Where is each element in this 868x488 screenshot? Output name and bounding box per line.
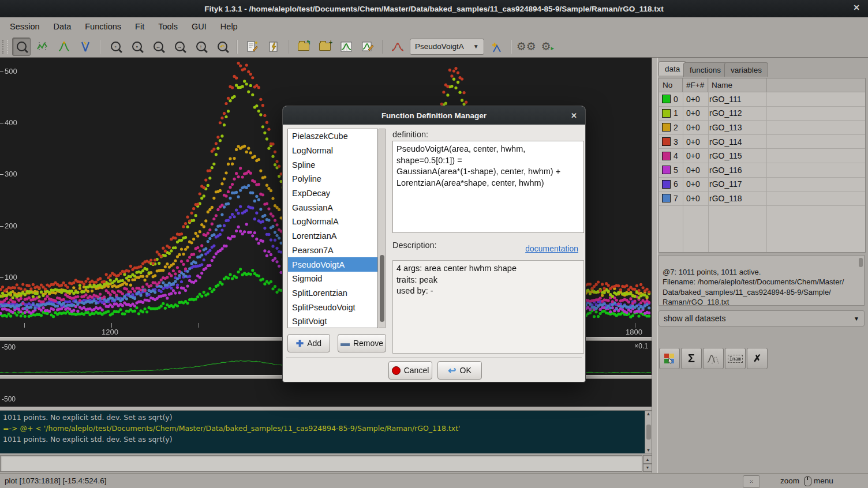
add-button[interactable]: ✚ Add [287, 334, 330, 352]
documentation-link[interactable]: documentation [525, 244, 578, 253]
menu-session[interactable]: Session [3, 19, 46, 34]
show-log-button[interactable] [243, 37, 261, 56]
dataset-row[interactable]: 6 0+0 rGO_117 [659, 178, 865, 192]
dataset-filter-combo[interactable]: show all datasets ▼ [659, 310, 865, 326]
dataset-name: rGO_112 [709, 108, 742, 118]
run-script-button[interactable] [264, 37, 283, 56]
function-type-icon-button[interactable] [388, 37, 407, 56]
sum-button[interactable]: Σ [681, 348, 702, 369]
console-output[interactable]: 1011 points. No explicit std. dev. Set a… [0, 411, 645, 453]
scroll-down-icon[interactable]: ▼ [646, 448, 651, 453]
function-list-item[interactable]: LorentzianA [288, 229, 377, 243]
definition-textarea[interactable]: PseudoVoigtA(area, center, hwhm, shape=0… [392, 141, 584, 233]
dataset-color-swatch[interactable] [662, 109, 671, 118]
remove-button[interactable]: ▬ Remove [338, 334, 386, 352]
function-list-item[interactable]: Pearson7A [288, 243, 377, 258]
function-list-item[interactable]: GaussianA [288, 200, 377, 215]
function-list[interactable]: PielaszekCube LogNormal Spline Polyline … [287, 129, 378, 328]
dataset-color-swatch[interactable] [662, 152, 671, 160]
sidebar-splitter[interactable] [652, 58, 658, 473]
column-header-f[interactable]: #F+# [683, 78, 708, 92]
fit-continue-button[interactable]: ⚙▸ [538, 37, 557, 56]
title-bar[interactable]: Fityk 1.3.1 - /home/aleplo/test/Document… [0, 0, 868, 17]
dataset-row[interactable]: 1 0+0 rGO_112 [659, 107, 865, 121]
function-list-item[interactable]: SplitVoigt [288, 314, 377, 328]
function-list-item[interactable]: LogNormalA [288, 215, 377, 229]
mouse-hints-button[interactable]: ⁙ [743, 475, 760, 488]
copy-functions-button[interactable] [703, 348, 724, 369]
zoom-all-button[interactable]: ▫ [106, 37, 125, 56]
menu-functions[interactable]: Functions [78, 19, 128, 34]
append-data-button[interactable]: + [316, 37, 334, 56]
function-list-scrollbar[interactable] [379, 129, 386, 328]
scrollbar-thumb[interactable] [646, 425, 651, 440]
dataset-color-swatch[interactable] [662, 137, 671, 146]
scroll-up-icon[interactable]: ▲ [646, 411, 651, 416]
window-close-icon[interactable]: ✕ [853, 3, 860, 12]
history-up-icon[interactable]: ▲ [643, 455, 652, 464]
menu-fit[interactable]: Fit [129, 19, 151, 34]
menu-help[interactable]: Help [214, 19, 244, 34]
menu-gui[interactable]: GUI [185, 19, 213, 34]
transform-data-button[interactable] [358, 37, 377, 56]
dataset-row[interactable]: 3 0+0 rGO_114 [659, 135, 865, 149]
command-input[interactable] [0, 455, 642, 472]
add-peak-mode-button[interactable] [55, 37, 73, 56]
zoom-vertical-button[interactable]: ▪ [128, 37, 146, 56]
zoom-up-button[interactable]: ↑ [192, 37, 210, 56]
scrollbar-thumb[interactable] [380, 255, 384, 322]
draw-function-mode-button[interactable] [76, 37, 95, 56]
menu-tools[interactable]: Tools [152, 19, 184, 34]
auto-add-function-button[interactable] [487, 37, 506, 56]
dialog-close-icon[interactable]: ✕ [571, 111, 577, 120]
function-list-item[interactable]: ExpDecay [288, 186, 377, 201]
function-list-item[interactable]: PielaszekCube [288, 129, 377, 144]
color-map-button[interactable] [659, 348, 680, 369]
column-header-no[interactable]: No [659, 78, 683, 92]
function-list-item[interactable]: Spline [288, 157, 377, 172]
tab-functions[interactable]: functions [683, 62, 727, 77]
command-history-spin[interactable]: ▲ ▼ [643, 455, 652, 472]
dataset-color-swatch[interactable] [662, 180, 671, 189]
history-down-icon[interactable]: ▼ [643, 464, 652, 472]
zoom-mode-button[interactable] [12, 37, 31, 56]
ok-button[interactable]: ↩ OK [437, 361, 482, 380]
chevron-down-icon: ▼ [854, 316, 859, 322]
dataset-row[interactable]: 7 0+0 rGO_118 [659, 192, 865, 206]
zoom-right-button[interactable]: → [170, 37, 189, 56]
dataset-row[interactable]: 5 0+0 rGO_116 [659, 163, 865, 178]
function-list-item[interactable]: SplitLorentzian [288, 286, 377, 301]
function-list-item[interactable]: Polyline [288, 172, 377, 186]
dialog-title-bar[interactable]: Function Definition Manager ✕ [283, 106, 585, 125]
fit-run-button[interactable]: ⚙⚙ [517, 37, 536, 56]
edit-data-button[interactable] [337, 37, 356, 56]
open-data-button[interactable]: ↰ [294, 37, 313, 56]
cancel-button[interactable]: Cancel [388, 361, 432, 380]
dataset-row[interactable]: 2 0+0 rGO_113 [659, 121, 865, 135]
aux-plot-2[interactable]: -500 [0, 379, 652, 407]
data-range-mode-button[interactable] [33, 37, 52, 56]
dataset-row[interactable]: 4 0+0 rGO_115 [659, 149, 865, 163]
function-list-item-selected[interactable]: PseudoVoigtA [288, 257, 377, 272]
scrollbar-thumb[interactable] [859, 258, 863, 267]
function-list-item[interactable]: Sigmoid [288, 272, 377, 286]
dataset-color-swatch[interactable] [662, 194, 671, 202]
dataset-color-swatch[interactable] [662, 123, 671, 132]
dataset-info-box[interactable]: @7: 1011 points, 1011 active. Filename: … [659, 255, 865, 306]
function-list-item[interactable]: SplitPseudoVoigt [288, 300, 377, 314]
tab-data[interactable]: data [659, 61, 686, 76]
dataset-color-swatch[interactable] [662, 166, 671, 174]
rename-button[interactable]: Inam [725, 348, 746, 369]
tab-variables[interactable]: variables [724, 62, 768, 77]
delete-button[interactable]: ✗ [747, 348, 768, 369]
function-list-item[interactable]: LogNormal [288, 144, 377, 158]
dataset-row[interactable]: 0 0+0 rGO_111 [659, 92, 865, 107]
function-type-combo[interactable]: PseudoVoigtA ▼ [410, 39, 484, 55]
dataset-fcount: 0+0 [686, 194, 709, 203]
previous-zoom-button[interactable]: ↶ [213, 37, 231, 56]
console-splitter[interactable] [0, 407, 652, 411]
zoom-left-button[interactable]: ← [149, 37, 167, 56]
column-header-name[interactable]: Name [708, 78, 766, 92]
menu-data[interactable]: Data [47, 19, 78, 34]
dataset-color-swatch[interactable] [662, 95, 671, 103]
